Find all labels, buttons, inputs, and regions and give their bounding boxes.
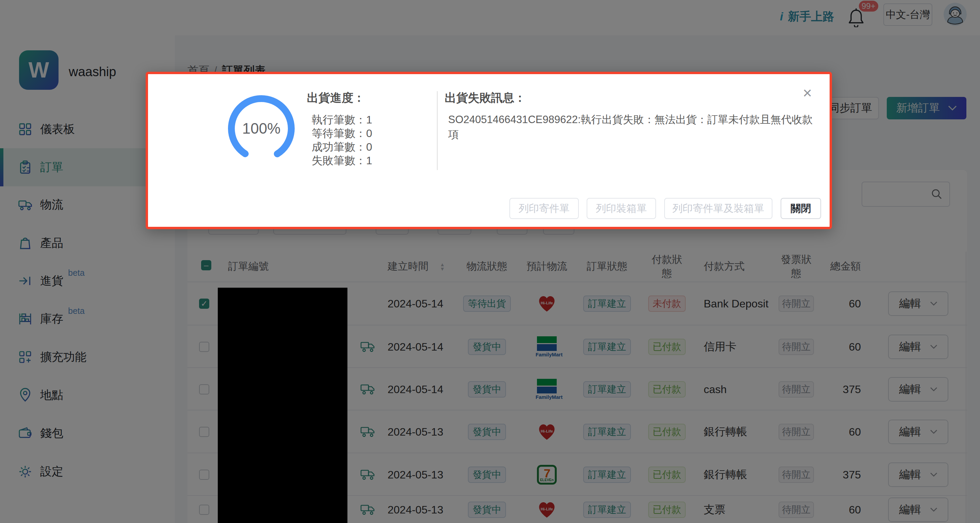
print-both-button[interactable]: 列印寄件單及裝箱單 xyxy=(664,198,772,219)
section-divider xyxy=(437,91,438,170)
progress-section-label: 出貨進度： xyxy=(307,90,365,106)
stat-waiting: 等待筆數：0 xyxy=(312,126,372,141)
shipping-progress-dialog: × 100% 出貨進度： 執行筆數：1 等待筆數：0 成功筆數：0 失敗筆數：1… xyxy=(146,72,832,229)
stat-executed: 執行筆數：1 xyxy=(312,113,372,128)
close-dialog-button[interactable]: 關閉 xyxy=(781,198,821,219)
failure-message: SO24051466431CE989622:執行出貨失敗：無法出貨：訂單未付款且… xyxy=(448,112,816,142)
failure-section-label: 出貨失敗訊息： xyxy=(445,90,526,106)
stat-success: 成功筆數：0 xyxy=(312,140,372,155)
print-packing-list-button[interactable]: 列印裝箱單 xyxy=(587,198,656,219)
progress-percent: 100% xyxy=(227,94,296,163)
close-icon[interactable]: × xyxy=(803,85,812,101)
stat-failed: 失敗筆數：1 xyxy=(312,153,372,168)
print-shipping-label-button[interactable]: 列印寄件單 xyxy=(509,198,579,219)
